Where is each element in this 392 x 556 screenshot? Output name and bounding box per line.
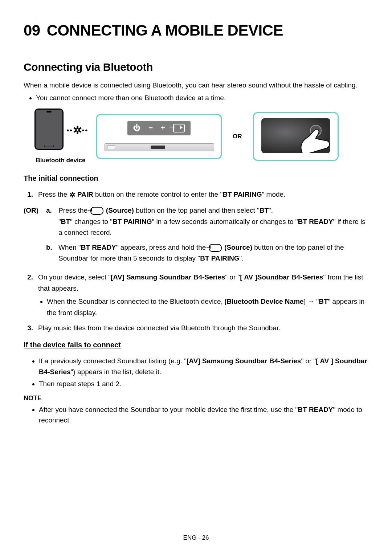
intro-bullet-list: You cannot connect more than one Bluetoo…: [27, 93, 368, 103]
chapter-number: 09: [24, 22, 40, 39]
step-2-text: On your device, select "[AV] Samsung Sou…: [38, 272, 368, 318]
remote-diagram: ✱: [253, 112, 339, 161]
fail-heading: If the device fails to connect: [24, 341, 368, 349]
note-bullets: After you have connected the Soundbar to…: [30, 404, 368, 426]
step-1: 1. Press the ✲ PAIR button on the remote…: [24, 189, 368, 201]
step-3: 3. Play music files from the device conn…: [24, 323, 368, 334]
soundbar-body-icon: [105, 143, 214, 151]
step-2: 2. On your device, select "[AV] Samsung …: [24, 272, 368, 318]
hand-icon: [298, 126, 330, 153]
page-footer: ENG - 26: [0, 534, 392, 541]
bluetooth-device-caption: Bluetooth device: [34, 157, 87, 164]
phone-icon: [34, 109, 64, 150]
step-2-bullets: When the Soundbar is connected to the Bl…: [38, 296, 368, 318]
manual-page: 09CONNECTING A MOBILE DEVICE Connecting …: [0, 0, 392, 556]
initial-steps: 1. Press the ✲ PAIR button on the remote…: [24, 189, 368, 334]
step-a-text: Press the (Source) button on the top pan…: [58, 205, 368, 238]
bluetooth-signal-icon: ••✲••: [66, 124, 88, 136]
bluetooth-icon: ✲: [69, 191, 75, 199]
minus-icon: −: [148, 124, 153, 132]
step-b: b. When "BT READY" appears, press and ho…: [46, 242, 368, 264]
soundbar-diagram: ⏻ − +: [96, 114, 222, 159]
step-or: (OR) a. Press the (Source) button on the…: [24, 205, 368, 267]
or-separator: OR: [233, 133, 242, 140]
chapter-title: 09CONNECTING A MOBILE DEVICE: [24, 22, 368, 39]
note-heading: NOTE: [24, 394, 368, 402]
plus-icon: +: [161, 124, 165, 132]
soundbar-top-panel: ⏻ − +: [127, 120, 191, 136]
step-2-bullet: When the Soundbar is connected to the Bl…: [47, 296, 368, 318]
remote-image: ✱: [261, 118, 330, 153]
step-3-text: Play music files from the device connect…: [38, 323, 281, 334]
step-1-text: Press the ✲ PAIR button on the remote co…: [38, 189, 285, 201]
bluetooth-device-figure: ••✲•• Bluetooth device: [34, 109, 87, 164]
source-icon: [173, 124, 185, 132]
intro-bullet: You cannot connect more than one Bluetoo…: [36, 93, 368, 103]
fail-bullet-1: If a previously connected Soundbar listi…: [39, 356, 368, 377]
note-bullet: After you have connected the Soundbar to…: [39, 404, 368, 426]
connection-diagram: ••✲•• Bluetooth device ⏻ − + OR ✱: [34, 109, 368, 164]
source-icon: [209, 244, 222, 252]
fail-bullet-2: Then repeat steps 1 and 2.: [39, 379, 368, 389]
initial-connection-heading: The initial connection: [24, 174, 368, 183]
step-a: a. Press the (Source) button on the top …: [46, 205, 368, 238]
power-icon: ⏻: [133, 124, 140, 132]
or-sublist: a. Press the (Source) button on the top …: [46, 205, 368, 267]
step-b-text: When "BT READY" appears, press and hold …: [58, 242, 368, 264]
chapter-heading: CONNECTING A MOBILE DEVICE: [47, 22, 283, 39]
fail-bullets: If a previously connected Soundbar listi…: [30, 356, 368, 389]
intro-paragraph: When a mobile device is connected using …: [24, 80, 368, 90]
section-title: Connecting via Bluetooth: [24, 61, 368, 73]
source-icon: [90, 207, 103, 215]
